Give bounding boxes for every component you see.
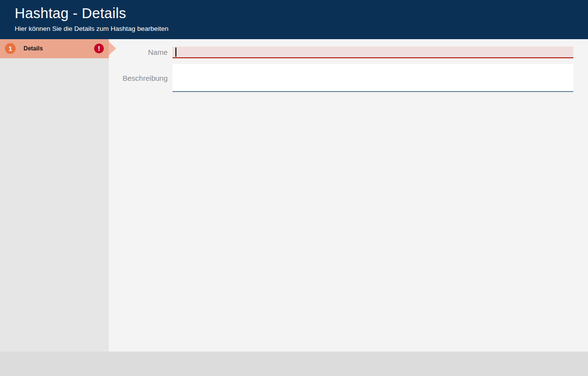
page-subtitle: Hier können Sie die Details zum Hashtag … (15, 25, 169, 32)
wizard-sidebar: 1 Details ! (0, 39, 109, 352)
page-title: Hashtag - Details (15, 5, 126, 22)
step-number-badge: 1 (5, 43, 16, 54)
name-field-label: Name (109, 48, 168, 56)
dialog-header: Hashtag - Details Hier können Sie die De… (0, 0, 588, 39)
dialog-footer: Weiteres Objekt erstellen Fertigstellen … (0, 352, 588, 376)
wizard-step-details[interactable]: 1 Details ! (0, 39, 109, 58)
error-icon: ! (94, 44, 104, 53)
hashtag-details-dialog: Hashtag - Details Hier können Sie die De… (0, 0, 588, 376)
name-input[interactable] (172, 47, 573, 58)
step-label: Details (24, 39, 43, 58)
description-textarea[interactable] (172, 64, 573, 92)
description-field-label: Beschreibung (109, 74, 168, 82)
text-caret (175, 47, 176, 57)
